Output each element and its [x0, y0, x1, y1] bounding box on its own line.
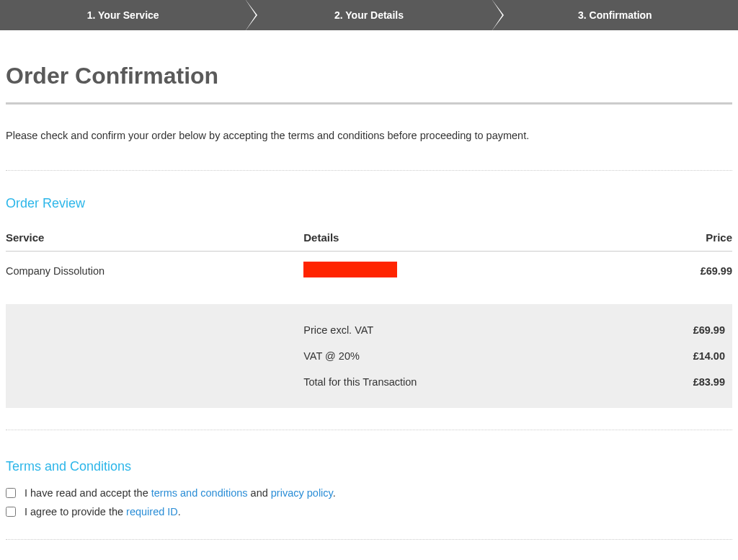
progress-step-service: 1. Your Service — [0, 0, 246, 30]
summary-vat-label: VAT @ 20% — [303, 350, 693, 362]
summary-row-vat: VAT @ 20% £14.00 — [6, 343, 732, 369]
redacted-details — [303, 262, 397, 277]
summary-excl-vat-label: Price excl. VAT — [303, 324, 693, 336]
order-item-details — [303, 252, 660, 290]
progress-bar: 1. Your Service 2. Your Details 3. Confi… — [0, 0, 738, 30]
order-summary: Price excl. VAT £69.99 VAT @ 20% £14.00 … — [6, 304, 732, 408]
divider — [6, 539, 732, 540]
divider — [6, 170, 732, 171]
required-id-checkbox[interactable] — [6, 507, 16, 517]
progress-step-details: 2. Your Details — [246, 0, 492, 30]
terms-conditions-link[interactable]: terms and conditions — [151, 487, 248, 499]
table-header-details: Details — [303, 224, 660, 252]
terms-accept-label: I have read and accept the terms and con… — [25, 487, 336, 499]
summary-total-label: Total for this Transaction — [303, 376, 693, 388]
privacy-policy-link[interactable]: privacy policy — [271, 487, 333, 499]
intro-text: Please check and confirm your order belo… — [6, 130, 732, 141]
divider — [6, 430, 732, 430]
summary-row-excl-vat: Price excl. VAT £69.99 — [6, 317, 732, 343]
summary-row-total: Total for this Transaction £83.99 — [6, 369, 732, 395]
terms-checkbox-row-2: I agree to provide the required ID. — [6, 506, 732, 517]
order-item-price: £69.99 — [660, 252, 732, 290]
required-id-label: I agree to provide the required ID. — [25, 506, 181, 517]
required-id-link[interactable]: required ID — [126, 506, 178, 517]
summary-total-value: £83.99 — [693, 376, 732, 388]
order-item-service: Company Dissolution — [6, 252, 303, 290]
order-table: Service Details Price Company Dissolutio… — [6, 224, 732, 290]
summary-vat-value: £14.00 — [693, 350, 732, 362]
table-header-service: Service — [6, 224, 303, 252]
table-header-price: Price — [660, 224, 732, 252]
order-review-heading: Order Review — [6, 196, 732, 211]
table-row: Company Dissolution £69.99 — [6, 252, 732, 290]
page-title: Order Confirmation — [6, 63, 732, 89]
terms-checkbox-row-1: I have read and accept the terms and con… — [6, 487, 732, 499]
progress-step-confirmation: 3. Confirmation — [492, 0, 738, 30]
summary-excl-vat-value: £69.99 — [693, 324, 732, 336]
title-underline — [6, 102, 732, 105]
terms-heading: Terms and Conditions — [6, 459, 732, 474]
terms-accept-checkbox[interactable] — [6, 488, 16, 498]
